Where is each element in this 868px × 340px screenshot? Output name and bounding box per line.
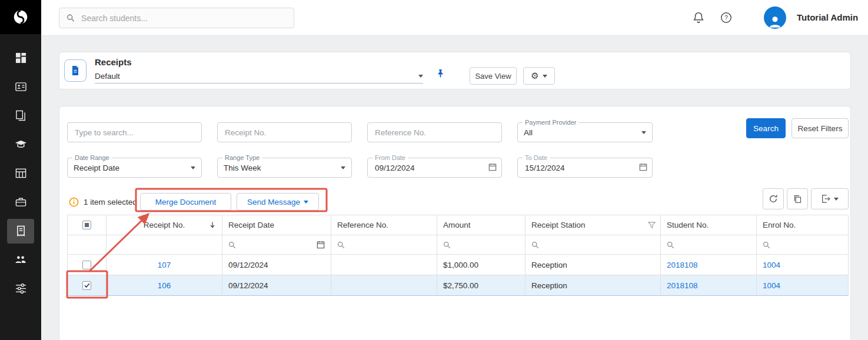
- topbar: ? Tutorial Admin: [41, 0, 868, 36]
- filter-funnel-icon[interactable]: [648, 221, 656, 231]
- sidebar-item-students[interactable]: [0, 130, 41, 159]
- search-icon: [667, 241, 674, 249]
- indeterminate-mark: [85, 223, 89, 227]
- app-logo[interactable]: [0, 0, 41, 34]
- calendar-icon[interactable]: [317, 241, 325, 249]
- view-selector-value: Default: [95, 72, 120, 81]
- calendar-icon[interactable]: [639, 163, 647, 173]
- filter-cell-receipt-station[interactable]: [526, 235, 661, 255]
- calendar-icon[interactable]: [488, 163, 497, 173]
- row-checkbox-checked[interactable]: [82, 281, 91, 290]
- copy-button[interactable]: [787, 188, 808, 209]
- column-header-receipt-date[interactable]: Receipt Date: [222, 215, 331, 235]
- filter-cell-reference-no[interactable]: [331, 235, 437, 255]
- receipts-icon: [15, 225, 26, 236]
- dashboard-icon: [15, 52, 26, 64]
- gear-icon: ⚙: [531, 71, 538, 81]
- view-settings-button[interactable]: ⚙: [523, 67, 555, 85]
- receipt-no-link[interactable]: 107: [158, 261, 171, 269]
- table-row-selected: 106 09/12/2024 $2,750.00 Reception 20181…: [68, 275, 848, 296]
- receipt-date-cell: 09/12/2024: [222, 255, 331, 275]
- enrol-no-link[interactable]: 1004: [763, 281, 780, 290]
- notifications-button[interactable]: [691, 11, 706, 25]
- from-date-field: From Date: [367, 158, 502, 178]
- merge-document-button[interactable]: Merge Document: [140, 193, 231, 211]
- reference-no-input[interactable]: [374, 128, 495, 138]
- payment-provider-select[interactable]: Payment Provider All: [517, 122, 653, 142]
- column-header-reference-no[interactable]: Reference No.: [331, 215, 437, 235]
- select-all-checkbox[interactable]: [82, 221, 91, 229]
- check-icon: [84, 282, 91, 289]
- column-header-enrol-no[interactable]: Enrol No.: [757, 215, 849, 235]
- sidebar-item-receipts[interactable]: [0, 216, 41, 245]
- column-header-amount[interactable]: Amount: [437, 215, 526, 235]
- bell-icon: [692, 11, 705, 24]
- sidebar-item-documents[interactable]: [0, 101, 41, 130]
- from-date-input[interactable]: [374, 163, 495, 173]
- help-icon: ?: [720, 11, 733, 24]
- timetable-icon: [15, 168, 26, 179]
- quick-search-field: [67, 122, 202, 142]
- to-date-field: To Date: [517, 158, 653, 178]
- filter-cell-student-no[interactable]: [661, 235, 757, 255]
- filter-cell-enrol-no[interactable]: [757, 235, 849, 255]
- reference-no-cell: [331, 255, 437, 275]
- chevron-down-icon: [341, 166, 345, 169]
- export-button[interactable]: [811, 188, 849, 209]
- range-type-select[interactable]: Range Type This Week: [217, 158, 352, 178]
- filter-cell-receipt-no[interactable]: [107, 235, 222, 255]
- save-view-button[interactable]: Save View: [470, 67, 517, 85]
- row-checkbox-cell: [68, 275, 107, 296]
- to-date-input[interactable]: [524, 163, 646, 173]
- business-icon: [15, 196, 26, 208]
- receipts-panel: Payment Provider All Search Reset Filter…: [59, 106, 851, 340]
- receipt-no-cell: 107: [107, 255, 222, 275]
- send-message-label: Send Message: [247, 198, 300, 206]
- quick-search-input[interactable]: [74, 128, 195, 138]
- selection-status: 1 item selected: [69, 193, 137, 211]
- sidebar-item-people[interactable]: [0, 245, 41, 274]
- student-no-cell: 2018108: [661, 275, 757, 296]
- sidebar-item-contacts[interactable]: [0, 72, 41, 101]
- student-no-link[interactable]: 2018108: [667, 261, 698, 269]
- user-avatar[interactable]: [764, 6, 786, 29]
- user-name[interactable]: Tutorial Admin: [797, 12, 858, 22]
- column-header-student-no[interactable]: Student No.: [661, 215, 757, 235]
- column-header-receipt-station[interactable]: Receipt Station: [526, 215, 661, 235]
- sidebar-item-settings[interactable]: [0, 274, 41, 303]
- search-icon: [443, 241, 451, 249]
- receipt-no-input[interactable]: [224, 128, 345, 138]
- sidebar-item-business[interactable]: [0, 188, 41, 216]
- student-no-link[interactable]: 2018108: [667, 281, 698, 290]
- payment-provider-value: All: [524, 128, 533, 137]
- sidebar-item-timetable[interactable]: [0, 159, 41, 188]
- enrol-no-link[interactable]: 1004: [763, 261, 780, 269]
- view-selector[interactable]: Default: [95, 69, 423, 84]
- filter-cell-amount[interactable]: [437, 235, 526, 255]
- export-icon: [821, 194, 830, 204]
- student-search-box: [59, 8, 294, 28]
- to-date-label: To Date: [523, 154, 550, 162]
- range-type-label: Range Type: [222, 154, 262, 162]
- help-button[interactable]: ?: [719, 11, 733, 25]
- send-message-button[interactable]: Send Message: [237, 193, 319, 211]
- column-header-receipt-no[interactable]: Receipt No.: [107, 215, 222, 235]
- documents-icon: [15, 110, 26, 121]
- student-search-input[interactable]: [80, 13, 287, 24]
- search-button[interactable]: Search: [746, 118, 786, 138]
- table-header-row: Receipt No. Receipt Date Reference No. A…: [68, 215, 848, 235]
- receipt-no-link[interactable]: 106: [158, 281, 171, 290]
- filter-cell-receipt-date[interactable]: [222, 235, 331, 255]
- search-icon: [531, 241, 539, 249]
- pin-view-button[interactable]: [436, 69, 445, 81]
- date-range-label: Date Range: [72, 154, 112, 162]
- sidebar-item-dashboard[interactable]: [0, 44, 41, 72]
- from-date-label: From Date: [373, 154, 408, 162]
- refresh-button[interactable]: [763, 188, 784, 209]
- document-icon: [69, 65, 81, 76]
- date-range-select[interactable]: Date Range Receipt Date: [67, 158, 202, 178]
- search-icon: [763, 241, 770, 249]
- reset-filters-button[interactable]: Reset Filters: [791, 118, 849, 138]
- receipt-station-cell: Reception: [526, 255, 661, 275]
- row-checkbox[interactable]: [82, 261, 91, 269]
